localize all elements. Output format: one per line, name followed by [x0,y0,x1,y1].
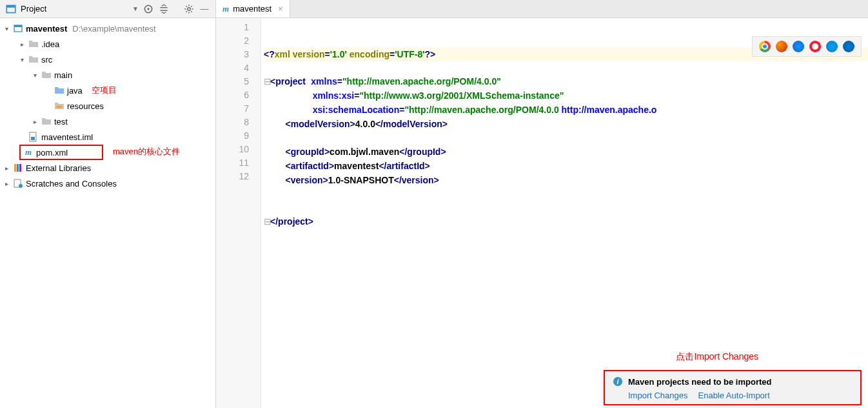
tree-label: test [54,117,68,127]
tree-label: src [41,55,52,65]
tree-item-scratches[interactable]: ▸ Scratches and Consoles [0,176,215,191]
import-changes-link[interactable]: Import Changes [628,391,688,400]
tree-label: maventest [26,24,67,34]
folder-icon [28,54,39,65]
annotation-label: maven的核心文件 [113,147,180,156]
tree-item-java[interactable]: ▸ java 空项目 [0,83,215,98]
tree-root[interactable]: ▾ maventest D:\example\maventest [0,21,215,36]
hide-panel-icon[interactable]: — [199,3,210,15]
line-number: 5 [216,75,249,88]
line-number: 6 [216,88,249,102]
tree-label: main [54,70,72,80]
tree-item-external-libraries[interactable]: ▸ External Libraries [0,160,215,176]
gear-icon[interactable] [183,3,195,15]
annotation-label: 空项目 [92,85,117,96]
info-icon: i [613,376,623,387]
libraries-icon [13,163,23,173]
top-toolbar: Project ▼ — m maventest × [0,0,868,18]
line-number: 10 [216,143,249,156]
tree-label: resources [67,101,104,111]
folder-icon [28,39,39,49]
project-view-icon[interactable] [5,3,17,15]
line-number: 12 [216,170,249,183]
line-number: 11 [216,156,249,170]
notification-title: Maven projects need to be imported [628,377,772,387]
gutter: 1 2 3 4 5 6 7 8 9 10 11 12 [216,18,261,408]
tab-label: maventest [233,4,271,14]
tree-label: Scratches and Consoles [26,179,117,189]
folder-icon [41,116,52,127]
edge-icon[interactable] [843,41,854,52]
enable-auto-import-link[interactable]: Enable Auto-Import [698,391,770,400]
safari-icon[interactable] [793,41,804,52]
tree-item-idea[interactable]: ▸ .idea [0,36,215,52]
annotation-label: 点击Import Changes [676,351,758,363]
maven-file-icon: m [222,4,229,14]
tree-item-pom[interactable]: m pom.xml [19,145,103,160]
svg-point-3 [147,8,149,10]
line-number: 1 [216,21,249,34]
svg-point-14 [19,184,23,188]
line-number: 8 [216,116,249,129]
line-number: 3 [216,48,249,61]
module-icon [13,23,23,34]
tree-path: D:\example\maventest [72,24,155,34]
svg-rect-9 [31,137,35,140]
line-number: 9 [216,129,249,143]
tree-label: .idea [41,39,59,49]
scratches-icon [13,178,23,189]
svg-rect-1 [6,5,15,7]
line-number: 4 [216,61,249,75]
editor-tab-maventest[interactable]: m maventest × [216,0,290,17]
line-number: 7 [216,102,249,116]
source-folder-icon [54,85,64,96]
chrome-icon[interactable] [759,41,771,52]
svg-rect-7 [57,106,62,108]
ie-icon[interactable] [826,41,838,52]
browser-preview-icons [752,36,862,57]
tree-item-iml[interactable]: ▸ maventest.iml [0,129,215,145]
resources-folder-icon [54,101,64,111]
tree-label: pom.xml [36,148,68,158]
tree-label: maventest.iml [41,132,93,142]
svg-rect-11 [17,164,19,172]
collapse-all-icon[interactable] [158,3,170,15]
tree-item-src[interactable]: ▾ src [0,52,215,67]
svg-point-4 [188,7,191,10]
main-area: ▾ maventest D:\example\maventest ▸ .idea… [0,18,868,408]
project-sidebar: ▾ maventest D:\example\maventest ▸ .idea… [0,18,216,408]
iml-file-icon [28,132,39,142]
tree-item-test[interactable]: ▸ test [0,114,215,129]
dropdown-arrow-icon[interactable]: ▼ [132,5,139,12]
code-area[interactable]: <?xml version='1.0' encoding='UTF-8'?> ⊟… [261,18,868,408]
editor-tabs: m maventest × [216,0,868,17]
project-header-label[interactable]: Project [21,4,46,14]
opera-icon[interactable] [809,41,821,52]
maven-file-icon: m [23,147,34,158]
import-notification: i Maven projects need to be imported Imp… [604,370,862,405]
folder-icon [41,70,52,80]
select-opened-file-icon[interactable] [143,3,154,15]
project-tool-header: Project ▼ — [0,0,216,17]
project-tree: ▾ maventest D:\example\maventest ▸ .idea… [0,18,215,191]
svg-rect-6 [14,25,22,27]
svg-rect-10 [14,164,16,172]
tree-label: External Libraries [26,163,91,173]
line-number: 2 [216,34,249,48]
tree-item-resources[interactable]: ▸ resources [0,98,215,114]
tree-item-main[interactable]: ▾ main [0,67,215,83]
close-icon[interactable]: × [278,4,283,14]
firefox-icon[interactable] [776,41,787,52]
tree-label: java [67,86,83,96]
code-editor[interactable]: 1 2 3 4 5 6 7 8 9 10 11 12 <?xml version… [216,18,868,408]
svg-rect-12 [19,164,21,172]
